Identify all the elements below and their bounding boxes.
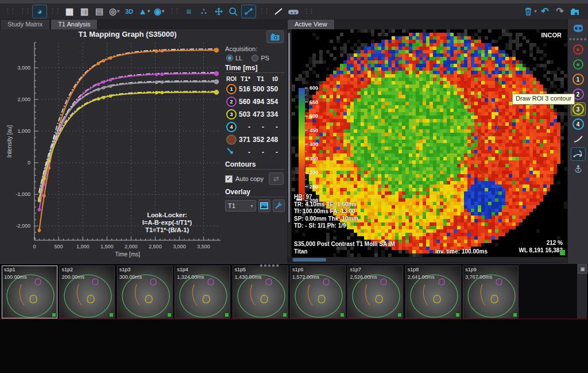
filmstrip-scrollbar[interactable]: ▣ [577,264,587,319]
thumbnail-s1p9[interactable]: s1p93,767.00ms [463,266,519,318]
x-tick-label: 3,000 [173,244,186,249]
cine-mask-tool[interactable] [571,22,585,35]
copy-contours-button[interactable]: ⇄ [269,172,284,185]
stack-icon[interactable]: ≡ [182,5,196,18]
redo-icon[interactable]: ↷ [553,5,567,18]
view-horizontal-scrollbar[interactable] [292,257,567,262]
zoom-icon[interactable] [227,5,241,18]
overlay-map-button[interactable] [258,199,270,212]
thumbnail-time: 1,430.00ms [235,274,262,280]
molecule-icon[interactable]: ∴ [197,5,211,18]
thumbnail-time: 100.00ms [4,274,27,280]
delete-icon[interactable]: ▾ [523,5,537,18]
data-point [155,91,158,94]
toolbar-grip[interactable]: ⋮⋮ [303,7,314,15]
thumbnail-s1p5[interactable]: s1p51,430.00ms [233,266,288,318]
data-point [38,229,41,232]
auto-copy-checkbox[interactable]: ✓ [225,175,233,183]
t1-mapping-chart[interactable]: T1 Mapping Graph (S35000)05001,0001,5002… [5,30,226,262]
curve-tool[interactable] [571,133,585,145]
filmstrip-pin-button[interactable]: ▣ [578,264,587,274]
epi-contour-tool[interactable] [571,58,585,71]
toolbar-grip[interactable]: ⋮⋮ [169,7,179,15]
thumbnail-time: 1,324.00ms [177,274,204,280]
value-cell: 516 [238,83,252,95]
thumbnail-time: 2,526.00ms [350,274,377,280]
toolbar-grip[interactable]: ⋮⋮ [49,7,60,15]
thumbnail-time: 2,641.00ms [408,274,435,280]
tab-t1-analysis[interactable]: T1 Analysis [51,19,98,29]
interpolate-line-icon[interactable] [242,5,256,18]
data-point [160,80,164,84]
thumbnail-s1p3[interactable]: s1p3300.00ms [117,266,173,318]
roi-3-button[interactable]: 3 [571,103,585,116]
colorbar-tick-label: 550 [310,99,318,105]
chart-title: T1 Mapping Graph (S35000) [78,30,176,39]
thumbnail-time: 200.00ms [61,274,84,280]
data-point [214,90,219,94]
y-axis-label: Intensity [au] [6,125,13,157]
thumbnail-s1p2[interactable]: s1p2200.00ms [59,266,115,318]
viewer-layout-icon[interactable]: ▤ [92,5,106,18]
x-tick-label: 0 [33,244,36,249]
split-layout-icon[interactable]: ▥ [78,5,91,18]
thumbnail-s1p8[interactable]: s1p82,641.00ms [405,266,461,318]
coil-icon[interactable]: ◎▾ [107,5,121,18]
patient-browser-icon[interactable]: ◕ [33,5,47,18]
radio-label: PS [261,55,269,61]
mpr-icon[interactable]: ▲▾ [137,5,151,18]
data-point [109,78,112,82]
scanner-name: Titan [294,248,308,255]
tab-study-matrix[interactable]: Study Matrix [0,19,50,29]
toolbar-grip[interactable]: ⋮⋮ [258,7,269,15]
overlay-type-select[interactable]: T1 ▾ [225,200,256,212]
anchor-tool[interactable] [571,163,585,175]
table-row: 1516500350 [225,83,279,95]
chart-snapshot-button[interactable] [266,30,284,43]
table-header-row: ROIT1*T1t0 [225,75,279,83]
chart-annotation: I=A-B·exp(-t/T1*) [142,219,192,226]
value-cell: 473 [252,108,265,121]
thumbnail-s1p7[interactable]: s1p72,526.00ms [347,266,403,318]
panel-splitter-scrollbar[interactable] [288,32,291,257]
acquisition-radio-ps[interactable]: PS [252,55,269,61]
data-point [47,159,51,163]
sidebar-grip[interactable]: ●●●●● [568,36,587,42]
thumbnail-s1p1[interactable]: s1p1100.00ms [2,266,57,318]
pan-icon[interactable] [212,5,226,18]
toolbar-grip[interactable]: ⋮⋮ [20,7,30,15]
filmstrip-grip[interactable]: ●●●●● [260,262,280,268]
3d-icon[interactable]: 3D [122,5,136,18]
thumbnail-status-square [110,313,113,317]
undo-icon[interactable]: ↶ [538,5,552,18]
thumbnail-s1p4[interactable]: s1p41,324.00ms [175,266,230,318]
x-axis-label: Time [ms] [115,251,140,257]
thumbnail-status-square [283,313,287,317]
value-cell: 503 [238,108,252,121]
cine-mask-icon[interactable] [287,5,300,18]
study-matrix-icon[interactable]: ▦ [63,5,76,18]
colorbar: 600550500450400350300250200 [294,86,324,205]
vendor-label: INCOR [541,32,562,39]
roi-1-button[interactable]: 1 [571,73,585,86]
data-point [214,71,219,76]
application-window: { "toolbar": { "left_icons": [ {"name":"… [0,0,588,373]
measure-line-icon[interactable] [272,5,285,18]
colorbar-tick-label: 600 [310,86,318,91]
thumbnail-s1p6[interactable]: s1p61,572.00ms [290,266,346,318]
globe-icon[interactable]: ◉▾ [152,5,166,18]
toolbar-grip[interactable]: ⋮⋮ [5,7,15,15]
data-point [155,73,158,76]
column-header: ROI [225,75,238,83]
main-toolbar: ⋮⋮⋮⋮◕⋮⋮▦▥▤◎▾3D▲▾◉▾⋮⋮≡∴⋮⋮⋮⋮ ▾↶↷ [0,3,588,19]
snapshot-icon[interactable] [568,5,582,18]
roi-icon-cell: 1 [225,83,238,95]
angle-tool[interactable] [571,148,585,160]
endo-contour-tool[interactable] [571,43,585,56]
overlay-settings-button[interactable] [273,199,285,212]
active-view-viewport[interactable]: 600550500450400350300250200 INCOR HR: 97… [292,29,567,257]
value-cell: 350 [265,83,279,95]
acquisition-radio-ll[interactable]: LL [226,55,242,61]
tab-active-view[interactable]: Active View [287,19,335,29]
roi-4-button[interactable]: 4 [571,118,585,130]
